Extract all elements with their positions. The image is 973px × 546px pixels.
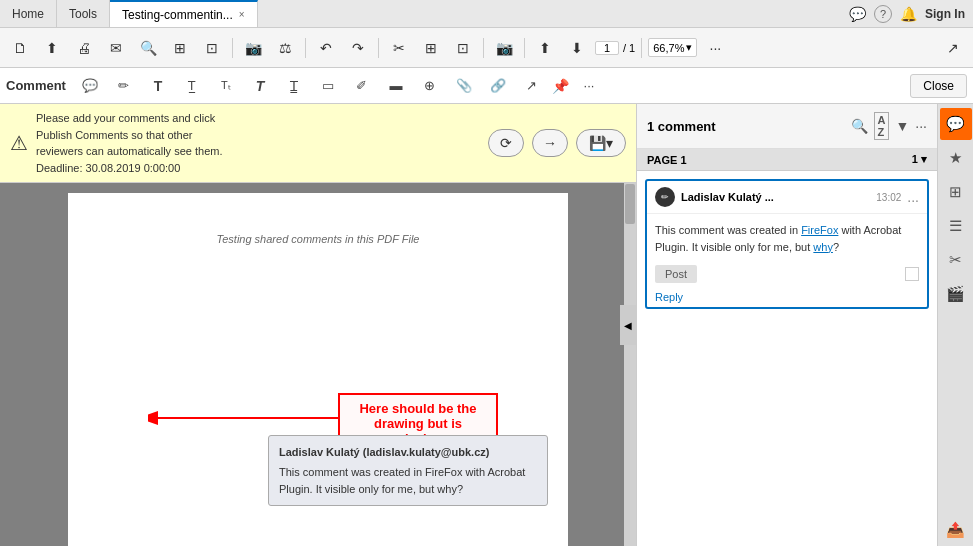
more-btn[interactable]: ··· [701,34,729,62]
comment-card: ✏ Ladislav Kulatý ... 13:02 ... This com… [645,179,929,309]
email-btn[interactable]: ✉ [102,34,130,62]
text4-tool[interactable]: T [246,72,274,100]
notif-save-btn[interactable]: 💾▾ [576,129,626,157]
comment-toolbar: Comment 💬 ✏ T T̲ Tₜ T T̳ ▭ ✐ ▬ ⊕ 📎 🔗 ↗ 📌… [0,68,973,104]
sidebar-edit-icon[interactable]: ✂ [940,244,972,276]
sidebar-bookmarks-icon[interactable]: ★ [940,142,972,174]
comment-actions: Post [647,263,927,287]
sep3 [378,38,379,58]
tab-close-icon[interactable]: × [239,9,245,20]
comment-time: 13:02 [876,192,901,203]
comment-footer: Reply [647,287,927,307]
sidebar-pages-icon[interactable]: ☰ [940,210,972,242]
pin-tool[interactable]: 📌 [552,78,569,94]
attach-tool[interactable]: 📎 [450,72,478,100]
highlight-tool[interactable]: ▬ [382,72,410,100]
page-nav: / 1 [595,41,635,55]
page-total: / 1 [623,42,635,54]
camera-btn[interactable]: 📷 [239,34,267,62]
post-button[interactable]: Post [655,265,697,283]
print-btn[interactable]: 🖨 [70,34,98,62]
tab-active[interactable]: Testing-commentin... × [110,0,258,27]
copy-btn[interactable]: ⊡ [449,34,477,62]
notif-forward-btn[interactable]: → [532,129,568,157]
resolved-checkbox[interactable] [905,267,919,281]
comments-count: 1 comment [647,119,845,134]
pencil-tool[interactable]: ✏ [110,72,138,100]
forward-icon: → [543,135,557,151]
page-input[interactable] [595,41,619,55]
sort-comments-btn[interactable]: AZ [874,112,890,140]
pdf-content: Testing shared comments in this PDF File [0,183,636,546]
why-link[interactable]: why [813,241,833,253]
draw-tool[interactable]: ↗ [518,72,546,100]
pages-btn[interactable]: ⊞ [417,34,445,62]
stamp-tool[interactable]: ⊕ [416,72,444,100]
bubble-tool[interactable]: 💬 [76,72,104,100]
notif-icons: ⟳ → 💾▾ [488,129,626,157]
firefox-link[interactable]: FireFox [801,224,838,236]
comment-avatar: ✏ [655,187,675,207]
more-tool[interactable]: ··· [575,72,603,100]
reply-link[interactable]: Reply [655,291,683,303]
redo-btn[interactable]: ↷ [344,34,372,62]
comment-body: This comment was created in FireFox with… [647,214,927,263]
export-btn[interactable]: ⊞ [166,34,194,62]
sync-icon: ⟳ [500,135,512,151]
page-label-bar: PAGE 1 1 ▾ [637,149,937,171]
compare-btn[interactable]: ⚖ [271,34,299,62]
help-icon[interactable]: ? [874,5,892,23]
text3-tool[interactable]: Tₜ [212,72,240,100]
text2-tool[interactable]: T̲ [178,72,206,100]
page-count[interactable]: 1 ▾ [912,153,927,166]
combine-btn[interactable]: ⊡ [198,34,226,62]
prev-page-btn[interactable]: ⬆ [531,34,559,62]
scrollbar[interactable] [624,183,636,546]
upload-btn[interactable]: ⬆ [38,34,66,62]
collapse-panel-btn[interactable]: ◀ [620,305,636,345]
undo-btn[interactable]: ↶ [312,34,340,62]
next-page-btn[interactable]: ⬇ [563,34,591,62]
bell-icon[interactable]: 🔔 [900,6,917,22]
tab-home[interactable]: Home [0,0,57,27]
text5-tool[interactable]: T̳ [280,72,308,100]
more-comments-btn[interactable]: ··· [915,118,927,134]
comment-menu-btn[interactable]: ... [907,189,919,205]
search-btn[interactable]: 🔍 [134,34,162,62]
snap-btn[interactable]: 📷 [490,34,518,62]
sep4 [483,38,484,58]
sidebar-layers-icon[interactable]: ⊞ [940,176,972,208]
chat-icon[interactable]: 💬 [849,6,866,22]
close-button[interactable]: Close [910,74,967,98]
filter-comments-btn[interactable]: ▼ [895,118,909,134]
new-btn[interactable]: 🗋 [6,34,34,62]
missing-line1: Here should be the [359,401,476,416]
sep1 [232,38,233,58]
zoom-control[interactable]: 66,7% ▾ [648,38,697,57]
tab-bar: Home Tools Testing-commentin... × 💬 ? 🔔 … [0,0,973,28]
sidebar-export-icon[interactable]: 📤 [940,514,972,546]
share-btn[interactable]: ↗ [939,34,967,62]
sep5 [524,38,525,58]
page-label: PAGE 1 [647,154,687,166]
cut-btn[interactable]: ✂ [385,34,413,62]
scroll-thumb[interactable] [625,184,635,224]
pdf-body-text: Testing shared comments in this PDF File [217,233,420,245]
sep6 [641,38,642,58]
main-toolbar: 🗋 ⬆ 🖨 ✉ 🔍 ⊞ ⊡ 📷 ⚖ ↶ ↷ ✂ ⊞ ⊡ 📷 ⬆ ⬇ / 1 66… [0,28,973,68]
notification-bar: ⚠ Please add your comments and click Pub… [0,104,636,183]
sep2 [305,38,306,58]
notif-sync-btn[interactable]: ⟳ [488,129,524,157]
sidebar-comments-icon[interactable]: 💬 [940,108,972,140]
pen-tool[interactable]: ✐ [348,72,376,100]
arrow-tool[interactable]: 🔗 [484,72,512,100]
rect-tool[interactable]: ▭ [314,72,342,100]
search-comments-btn[interactable]: 🔍 [851,118,868,134]
tab-tools[interactable]: Tools [57,0,110,27]
tab-active-label: Testing-commentin... [122,8,233,22]
comment-author: Ladislav Kulatý ... [681,191,870,203]
comments-header: 1 comment 🔍 AZ ▼ ··· [637,104,937,149]
sidebar-media-icon[interactable]: 🎬 [940,278,972,310]
sign-in-button[interactable]: Sign In [925,7,965,21]
text-tool[interactable]: T [144,72,172,100]
